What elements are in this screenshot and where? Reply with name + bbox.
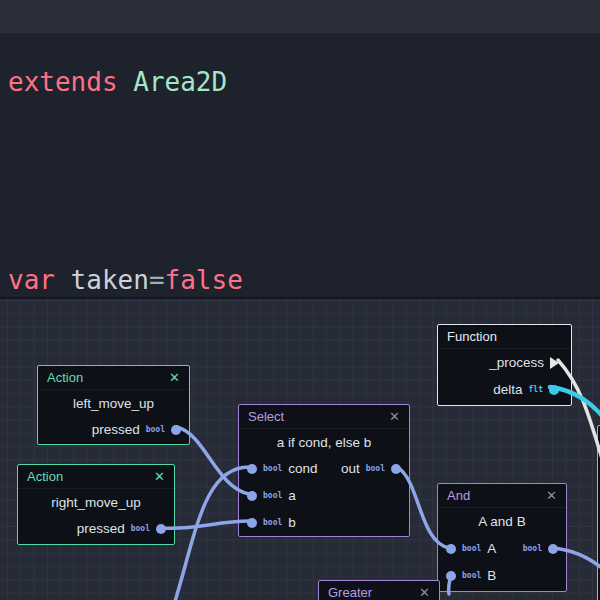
graph-node-and[interactable]: And ✕ A and B bool A bool bool B xyxy=(437,483,567,592)
port-row: _process xyxy=(438,349,571,376)
node-title: Greater xyxy=(328,585,372,600)
godot-editor-screen: extends Area2D var taken=false func _on_… xyxy=(0,0,600,600)
graph-canvas[interactable]: Action ✕ left_move_up pressed bool Actio… xyxy=(0,297,600,600)
action-name-label: right_move_up xyxy=(18,489,174,515)
node-caption: a if cond, else b xyxy=(239,429,409,455)
graph-node-action-right[interactable]: Action ✕ right_move_up pressed bool xyxy=(17,464,175,545)
port-label: delta xyxy=(493,382,522,397)
close-icon[interactable]: ✕ xyxy=(546,488,557,503)
function-name-label: _process xyxy=(489,355,544,370)
input-port[interactable] xyxy=(446,544,456,554)
code-token: taken xyxy=(55,265,149,295)
exec-port-icon[interactable] xyxy=(550,357,559,369)
node-title: Action xyxy=(27,469,63,484)
port-row: pressed bool xyxy=(38,416,189,443)
graph-node-select[interactable]: Select ✕ a if cond, else b bool cond out… xyxy=(238,404,410,537)
output-port[interactable] xyxy=(171,425,181,435)
bool-type-icon: bool xyxy=(263,518,282,527)
node-title: Function xyxy=(447,329,497,344)
node-header: Greater ✕ xyxy=(319,581,439,600)
graph-node-action-left[interactable]: Action ✕ left_move_up pressed bool xyxy=(37,365,190,445)
port-row: bool A bool xyxy=(438,535,566,562)
bool-type-icon: bool xyxy=(366,464,385,473)
input-port[interactable] xyxy=(247,518,257,528)
port-label: b xyxy=(288,515,296,530)
code-token xyxy=(118,67,134,97)
close-icon[interactable]: ✕ xyxy=(389,409,400,424)
port-row: bool a xyxy=(239,482,409,509)
code-token: Area2D xyxy=(133,67,227,97)
bool-type-icon: bool xyxy=(462,544,481,553)
graph-node-function[interactable]: Function _process delta flt xyxy=(437,324,572,406)
bool-type-icon: bool xyxy=(523,544,542,553)
close-icon[interactable]: ✕ xyxy=(154,469,165,484)
code-line-3: var taken=false xyxy=(8,264,553,297)
port-row: pressed bool xyxy=(18,515,174,542)
node-caption: A and B xyxy=(438,508,566,535)
action-name-label: left_move_up xyxy=(38,390,189,416)
input-port[interactable] xyxy=(247,464,257,474)
code-token: = xyxy=(149,265,165,295)
float-type-icon: flt xyxy=(529,385,543,394)
bool-type-icon: bool xyxy=(131,524,150,533)
code-editor[interactable]: extends Area2D var taken=false func _on_… xyxy=(0,0,600,297)
node-header: Action ✕ xyxy=(38,366,189,390)
code-token: var xyxy=(8,265,55,295)
output-port[interactable] xyxy=(391,464,401,474)
code-token: false xyxy=(165,265,243,295)
output-port[interactable] xyxy=(156,524,166,534)
close-icon[interactable]: ✕ xyxy=(419,585,430,600)
port-row: bool cond out bool xyxy=(239,455,409,482)
node-header: Function xyxy=(438,325,571,349)
port-row: bool b xyxy=(239,509,409,536)
port-label: cond xyxy=(288,461,317,476)
node-title: Select xyxy=(248,409,284,424)
port-label: pressed xyxy=(77,521,125,536)
input-port[interactable] xyxy=(247,491,257,501)
output-port[interactable] xyxy=(548,544,558,554)
port-label: A xyxy=(487,541,496,556)
node-header: And ✕ xyxy=(438,484,566,508)
node-header: Action ✕ xyxy=(18,465,174,489)
code-line-2 xyxy=(8,165,553,198)
graph-node-greater[interactable]: Greater ✕ xyxy=(318,580,440,600)
port-row: bool B xyxy=(438,562,566,589)
port-label: a xyxy=(288,488,296,503)
node-title: And xyxy=(447,488,470,503)
code-line-1: extends Area2D xyxy=(8,66,553,99)
port-row: delta flt xyxy=(438,376,571,403)
close-icon[interactable]: ✕ xyxy=(169,370,180,385)
port-label: pressed xyxy=(92,422,140,437)
bool-type-icon: bool xyxy=(146,425,165,434)
node-header: Select ✕ xyxy=(239,405,409,429)
input-port[interactable] xyxy=(446,571,456,581)
output-port[interactable] xyxy=(549,385,559,395)
port-label: B xyxy=(487,568,496,583)
node-title: Action xyxy=(47,370,83,385)
code-token: extends xyxy=(8,67,118,97)
bool-type-icon: bool xyxy=(263,464,282,473)
code-lines: extends Area2D var taken=false func _on_… xyxy=(8,0,553,297)
bool-type-icon: bool xyxy=(462,571,481,580)
port-label: out xyxy=(341,461,360,476)
bool-type-icon: bool xyxy=(263,491,282,500)
